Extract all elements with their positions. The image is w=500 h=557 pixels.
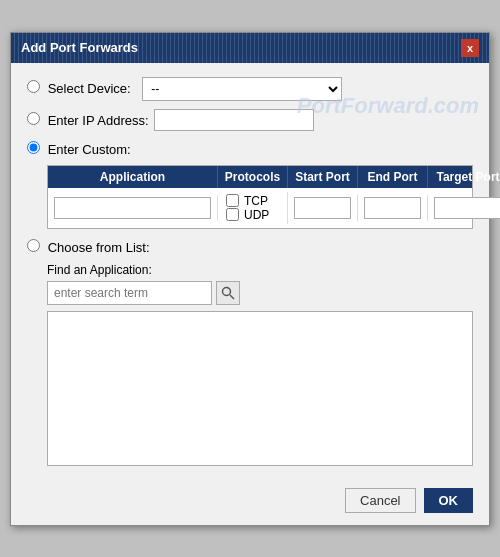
udp-label[interactable]: UDP — [226, 208, 269, 222]
enter-custom-label[interactable]: Enter Custom: — [27, 142, 131, 157]
cancel-button[interactable]: Cancel — [345, 488, 415, 513]
start-port-cell — [288, 195, 358, 221]
choose-list-row: Choose from List: — [27, 239, 473, 255]
table-data-row: TCP UDP — [48, 188, 472, 228]
enter-custom-radio[interactable] — [27, 141, 40, 154]
choose-list-radio[interactable] — [27, 239, 40, 252]
col-end-port: End Port — [358, 166, 428, 188]
dialog-body: PortForward.com Select Device: -- Enter … — [11, 63, 489, 480]
close-button[interactable]: x — [461, 39, 479, 57]
dialog-titlebar: Add Port Forwards x — [11, 33, 489, 63]
search-button[interactable] — [216, 281, 240, 305]
select-device-radio[interactable] — [27, 80, 40, 93]
application-cell — [48, 195, 218, 221]
target-port-input[interactable] — [434, 197, 500, 219]
add-port-forwards-dialog: Add Port Forwards x PortForward.com Sele… — [10, 32, 490, 526]
search-input[interactable] — [47, 281, 212, 305]
enter-ip-row: Enter IP Address: — [27, 109, 473, 131]
custom-section: Application Protocols Start Port End Por… — [47, 165, 473, 229]
list-section: Choose from List: Find an Application: — [27, 239, 473, 466]
enter-custom-row: Enter Custom: — [27, 141, 473, 157]
ok-button[interactable]: OK — [424, 488, 474, 513]
col-protocols: Protocols — [218, 166, 288, 188]
dialog-title: Add Port Forwards — [21, 40, 138, 55]
tcp-label[interactable]: TCP — [226, 194, 268, 208]
ip-address-input[interactable] — [154, 109, 314, 131]
select-device-label[interactable]: Select Device: — [27, 81, 134, 96]
tcp-checkbox[interactable] — [226, 194, 239, 207]
search-icon — [221, 286, 235, 300]
device-select[interactable]: -- — [142, 77, 342, 101]
target-port-cell — [428, 195, 500, 221]
col-application: Application — [48, 166, 218, 188]
dialog-footer: Cancel OK — [11, 480, 489, 525]
col-target-port: Target Port — [428, 166, 500, 188]
application-input[interactable] — [54, 197, 211, 219]
search-row — [47, 281, 473, 305]
table-header: Application Protocols Start Port End Por… — [48, 166, 472, 188]
end-port-input[interactable] — [364, 197, 421, 219]
start-port-input[interactable] — [294, 197, 351, 219]
search-results-list[interactable] — [47, 311, 473, 466]
end-port-cell — [358, 195, 428, 221]
select-device-row: Select Device: -- — [27, 77, 473, 101]
choose-list-label[interactable]: Choose from List: — [27, 240, 150, 255]
svg-line-1 — [230, 295, 234, 299]
udp-checkbox[interactable] — [226, 208, 239, 221]
find-application-label: Find an Application: — [47, 263, 473, 277]
enter-ip-radio[interactable] — [27, 112, 40, 125]
protocols-cell: TCP UDP — [218, 192, 288, 224]
svg-point-0 — [223, 287, 231, 295]
col-start-port: Start Port — [288, 166, 358, 188]
enter-ip-label[interactable]: Enter IP Address: — [27, 112, 149, 128]
